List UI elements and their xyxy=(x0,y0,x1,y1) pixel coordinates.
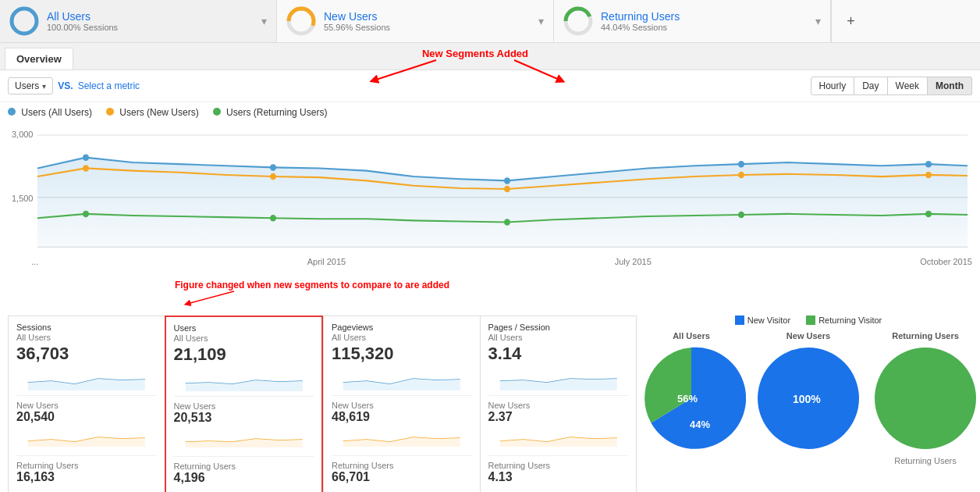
time-btn-week[interactable]: Week xyxy=(888,77,928,95)
svg-marker-22 xyxy=(343,437,460,447)
new-users-name: New Users xyxy=(324,10,532,23)
legend-all-users: Users (All Users) xyxy=(8,107,92,118)
segment-bar: All Users 100.00% Sessions ▾ New Users 5… xyxy=(0,0,980,43)
pageviews-divider xyxy=(332,395,472,396)
sessions-seg3-value: 16,163 xyxy=(16,470,157,484)
chart-dot xyxy=(738,161,744,168)
returning-users-chevron[interactable]: ▾ xyxy=(815,15,821,27)
svg-point-0 xyxy=(12,9,37,34)
chart-dot xyxy=(83,211,89,218)
pageviews-seg3-label: Returning Users xyxy=(332,461,472,470)
sessions-mini-chart xyxy=(16,367,157,390)
legend-new-users: Users (New Users) xyxy=(106,107,199,118)
pie-legend-new-label: New Visitor xyxy=(747,316,790,325)
users-seg2-value: 20,513 xyxy=(174,411,314,425)
svg-point-31 xyxy=(875,348,976,449)
chart-dot xyxy=(925,161,932,168)
chart-dot xyxy=(504,186,510,193)
users-mini-chart xyxy=(174,368,314,391)
pages-session-seg3-label: Returning Users xyxy=(488,461,629,470)
time-btn-day[interactable]: Day xyxy=(854,77,887,95)
svg-text:3,000: 3,000 xyxy=(12,130,33,139)
add-segment-button[interactable]: + xyxy=(831,0,870,42)
stat-card-pageviews: Pageviews All Users 115,320 New Users 48… xyxy=(323,316,480,492)
chart-dot xyxy=(925,211,932,218)
svg-text:100%: 100% xyxy=(793,393,821,405)
segment-returning-users[interactable]: Returning Users 44.04% Sessions ▾ xyxy=(554,0,831,42)
pie-returning-subtitle: Returning Users xyxy=(894,456,956,465)
pages-session-value: 3.14 xyxy=(488,344,629,364)
users-seg1-label: All Users xyxy=(174,333,314,343)
time-buttons: Hourly Day Week Month xyxy=(811,77,972,95)
x-label-october: October 2015 xyxy=(920,257,972,266)
time-btn-hourly[interactable]: Hourly xyxy=(811,77,855,95)
all-users-chevron[interactable]: ▾ xyxy=(261,15,267,27)
chart-legend: Users (All Users) Users (New Users) User… xyxy=(0,102,980,123)
stat-card-sessions: Sessions All Users 36,703 New Users 20,5… xyxy=(8,316,165,492)
pageviews-seg3-value: 66,701 xyxy=(332,470,472,484)
pageviews-seg1-label: All Users xyxy=(332,333,472,342)
segment-new-users[interactable]: New Users 55.96% Sessions ▾ xyxy=(277,0,554,42)
svg-line-14 xyxy=(187,291,234,304)
users-mini-chart3 xyxy=(174,488,314,492)
controls-row: Users ▾ VS. Select a metric New Segments… xyxy=(0,70,980,102)
x-axis-labels: ... April 2015 July 2015 October 2015 xyxy=(0,255,980,271)
metric-select: Users ▾ VS. Select a metric xyxy=(8,77,140,94)
chart-dot xyxy=(738,172,744,179)
stat-card-users: Users All Users 21,109 New Users 20,513 xyxy=(165,316,324,492)
legend-label-all: Users (All Users) xyxy=(21,107,92,118)
pie-returning-users: Returning Users Returning Users xyxy=(871,331,980,465)
pie-new-svg: 100% xyxy=(754,344,863,453)
select-metric-link[interactable]: Select a metric xyxy=(78,80,140,91)
svg-marker-15 xyxy=(28,379,145,390)
users-seg3-value: 4,196 xyxy=(174,471,314,485)
pie-section: New Visitor Returning Visitor All Users xyxy=(644,316,972,465)
sessions-seg2-value: 20,540 xyxy=(16,410,157,424)
pie-legend-new-box xyxy=(735,316,744,325)
sessions-divider2 xyxy=(16,455,157,456)
pageviews-divider2 xyxy=(332,455,472,456)
pageviews-mini-chart3 xyxy=(332,487,472,492)
users-value: 21,109 xyxy=(174,344,314,365)
pageviews-seg2-value: 48,619 xyxy=(332,410,472,424)
new-users-info: New Users 55.96% Sessions xyxy=(324,10,532,32)
users-seg2-label: New Users xyxy=(174,401,314,411)
legend-dot-all xyxy=(8,108,16,116)
pageviews-mini-chart2 xyxy=(332,427,472,451)
svg-line-7 xyxy=(514,60,561,80)
users-divider2 xyxy=(174,456,314,457)
stats-section: Sessions All Users 36,703 New Users 20,5… xyxy=(0,308,980,492)
users-divider xyxy=(174,396,314,397)
vs-label: VS. xyxy=(58,80,73,91)
svg-marker-21 xyxy=(343,379,460,390)
sessions-label: Sessions xyxy=(16,323,157,332)
overview-tab[interactable]: Overview xyxy=(5,48,73,70)
metric-dropdown[interactable]: Users ▾ xyxy=(8,77,53,94)
pages-session-mini-chart2 xyxy=(488,427,629,451)
new-users-chevron[interactable]: ▾ xyxy=(538,15,544,27)
chart-blue-fill xyxy=(37,158,968,248)
users-mini-chart2 xyxy=(174,428,314,451)
segment-all-users[interactable]: All Users 100.00% Sessions ▾ xyxy=(0,0,277,42)
main-chart: 3,000 1,500 xyxy=(8,123,972,255)
sessions-value: 36,703 xyxy=(16,344,157,364)
legend-label-new: Users (New Users) xyxy=(119,107,198,118)
figure-annotation-row: Figure changed when new segments to comp… xyxy=(0,271,980,308)
chart-dot xyxy=(270,164,276,171)
sessions-mini-chart2 xyxy=(16,427,157,451)
svg-text:56%: 56% xyxy=(677,393,698,405)
pie-returning-title: Returning Users xyxy=(892,331,959,340)
users-seg3-label: Returning Users xyxy=(174,462,314,471)
time-btn-month[interactable]: Month xyxy=(928,77,972,95)
chart-dot xyxy=(270,173,276,180)
pages-session-seg1-label: All Users xyxy=(488,333,629,342)
pages-session-seg3-value: 4.13 xyxy=(488,470,629,484)
pie-legend-new: New Visitor xyxy=(735,316,790,325)
svg-text:44%: 44% xyxy=(690,419,710,430)
chart-area: 3,000 1,500 xyxy=(0,123,980,255)
sessions-seg1-label: All Users xyxy=(16,333,157,342)
x-label-july: July 2015 xyxy=(615,257,652,266)
pageviews-mini-chart xyxy=(332,367,472,390)
x-label-start: ... xyxy=(31,257,38,266)
sessions-mini-chart3 xyxy=(16,487,157,492)
